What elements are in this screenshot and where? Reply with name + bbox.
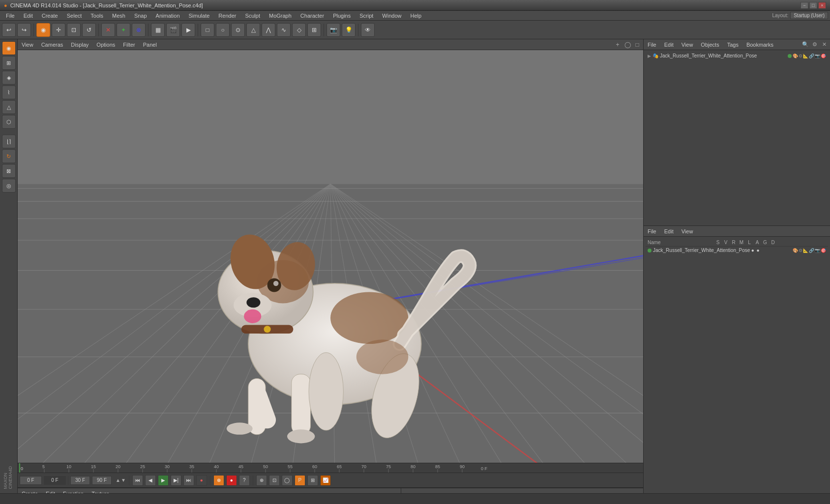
timeline-ruler[interactable]: 0 5 10 15 20 25 30 35	[18, 463, 643, 473]
menu-mograph[interactable]: MoGraph	[265, 12, 296, 20]
rt-menu-file[interactable]: File	[646, 41, 658, 48]
menu-create[interactable]: Create	[38, 12, 62, 20]
viewport[interactable]: View Cameras Display Options Filter Pane…	[18, 39, 643, 463]
rt-menu-view[interactable]: View	[680, 41, 695, 48]
menu-edit[interactable]: Edit	[20, 12, 37, 20]
spline-btn[interactable]: ∿	[277, 23, 291, 37]
cylinder-btn[interactable]: ⊙	[231, 23, 245, 37]
key-param-btn[interactable]: ⊞	[307, 475, 318, 486]
fcurve-btn[interactable]: 📈	[320, 475, 331, 486]
menu-character[interactable]: Character	[296, 12, 328, 20]
rt-menu-edit[interactable]: Edit	[662, 41, 676, 48]
go-end-btn[interactable]: ⏭	[183, 475, 194, 486]
rt-menu-objects[interactable]: Objects	[699, 41, 721, 48]
move-btn[interactable]: ✛	[52, 23, 65, 37]
menu-mesh[interactable]: Mesh	[108, 12, 129, 20]
key-sel-btn[interactable]: ⊡	[269, 475, 280, 486]
object-visible-dot[interactable]	[788, 54, 792, 58]
landscape-btn[interactable]: ⋀	[262, 23, 275, 37]
attr-menu-view[interactable]: View	[680, 228, 695, 235]
point-mode-btn[interactable]: △	[2, 100, 16, 114]
current-frame-input[interactable]	[20, 476, 42, 485]
render-region-btn[interactable]: ▦	[151, 23, 165, 37]
rt-close-icon[interactable]: ✕	[820, 41, 828, 49]
knife-btn[interactable]: ↻	[2, 149, 16, 163]
scale-btn[interactable]: ⊡	[67, 23, 81, 37]
redo-btn[interactable]: ↪	[17, 23, 31, 37]
edge-mode-btn[interactable]: ⌇	[2, 85, 16, 99]
attr-menu-file[interactable]: File	[646, 228, 658, 235]
vp-icon-circle[interactable]: ◯	[623, 41, 631, 49]
cone-btn[interactable]: △	[246, 23, 260, 37]
brush-btn[interactable]: ⊠	[2, 164, 16, 178]
texture-mode-btn[interactable]: ⊞	[2, 56, 16, 70]
vp-menu-panel[interactable]: Panel	[141, 41, 159, 48]
record-btn[interactable]: ●	[196, 475, 207, 486]
play-mode2-btn[interactable]: ●	[226, 475, 237, 486]
object-tree-item[interactable]: ▶ 🎭 Jack_Russell_Terrier_White_Attention…	[646, 52, 828, 59]
attr-menu-edit[interactable]: Edit	[662, 228, 676, 235]
render-active-btn[interactable]: ▶	[181, 23, 195, 37]
step-fwd-btn[interactable]: ▶|	[171, 475, 181, 486]
play-mode1-btn[interactable]: ⊕	[213, 475, 224, 486]
deformer-btn[interactable]: ⊞	[307, 23, 321, 37]
y-axis-btn[interactable]: ✦	[117, 23, 130, 37]
layout-dropdown[interactable]: Startup (User)	[790, 12, 828, 19]
play-btn[interactable]: ▶	[158, 475, 169, 486]
vp-icon-add[interactable]: +	[614, 41, 622, 49]
key-all-btn[interactable]: ⊕	[256, 475, 267, 486]
object-mode-btn[interactable]: ⬡	[2, 115, 16, 129]
key-rot-btn[interactable]: ◯	[282, 475, 293, 486]
menu-simulate[interactable]: Simulate	[185, 12, 214, 20]
vp-menu-view[interactable]: View	[20, 41, 35, 48]
key-pos-btn[interactable]: P	[295, 475, 305, 486]
frame-display[interactable]	[44, 476, 66, 485]
camera-btn[interactable]: 📷	[326, 23, 340, 37]
maximize-btn[interactable]: □	[809, 2, 817, 9]
measure-btn[interactable]: ⌊⌉	[2, 135, 16, 148]
play-mode3-btn[interactable]: ?	[239, 475, 250, 486]
menu-tools[interactable]: Tools	[87, 12, 107, 20]
rt-menu-tags[interactable]: Tags	[725, 41, 741, 48]
menu-render[interactable]: Render	[214, 12, 240, 20]
menu-plugins[interactable]: Plugins	[329, 12, 355, 20]
menu-snap[interactable]: Snap	[130, 12, 151, 20]
close-btn[interactable]: ×	[818, 2, 826, 9]
end-frame-input[interactable]	[92, 476, 112, 485]
undo-btn[interactable]: ↩	[2, 23, 16, 37]
menu-select[interactable]: Select	[63, 12, 86, 20]
nurbs-btn[interactable]: ◇	[292, 23, 306, 37]
viewport-scene[interactable]: Y X Z	[18, 50, 643, 463]
rt-menu-bookmarks[interactable]: Bookmarks	[744, 41, 775, 48]
visibility-btn[interactable]: 👁	[361, 23, 375, 37]
light-btn[interactable]: 💡	[342, 23, 356, 37]
menu-file[interactable]: File	[2, 12, 19, 20]
polygon-mode-btn[interactable]: ◈	[2, 71, 16, 84]
rt-search-icon[interactable]: 🔍	[801, 41, 809, 49]
go-start-btn[interactable]: ⏮	[132, 475, 143, 486]
vp-menu-cameras[interactable]: Cameras	[39, 41, 65, 48]
select-btn[interactable]: ◉	[36, 23, 50, 37]
menu-window[interactable]: Window	[378, 12, 405, 20]
z-axis-btn[interactable]: ⊗	[132, 23, 146, 37]
cube-btn[interactable]: □	[201, 23, 214, 37]
menu-script[interactable]: Script	[356, 12, 377, 20]
menu-animation[interactable]: Animation	[152, 12, 184, 20]
step-back-btn[interactable]: ◀	[145, 475, 156, 486]
vp-menu-filter[interactable]: Filter	[121, 41, 137, 48]
model-mode-btn[interactable]: ◉	[2, 41, 16, 55]
vp-menu-display[interactable]: Display	[69, 41, 90, 48]
object-list-row[interactable]: Jack_Russell_Terrier_White_Attention_Pos…	[646, 247, 828, 254]
fps-input[interactable]	[70, 476, 90, 485]
x-axis-btn[interactable]: ✕	[101, 23, 115, 37]
rotate-btn[interactable]: ↺	[82, 23, 96, 37]
rt-settings-icon[interactable]: ⚙	[811, 41, 819, 49]
vp-icon-maximize[interactable]: □	[633, 41, 641, 49]
sphere-btn[interactable]: ○	[216, 23, 230, 37]
minimize-btn[interactable]: −	[800, 2, 808, 9]
magnet-btn[interactable]: ◎	[2, 179, 16, 193]
vp-menu-options[interactable]: Options	[94, 41, 117, 48]
menu-sculpt[interactable]: Sculpt	[241, 12, 264, 20]
make-preview-btn[interactable]: 🎬	[166, 23, 180, 37]
menu-help[interactable]: Help	[406, 12, 425, 20]
